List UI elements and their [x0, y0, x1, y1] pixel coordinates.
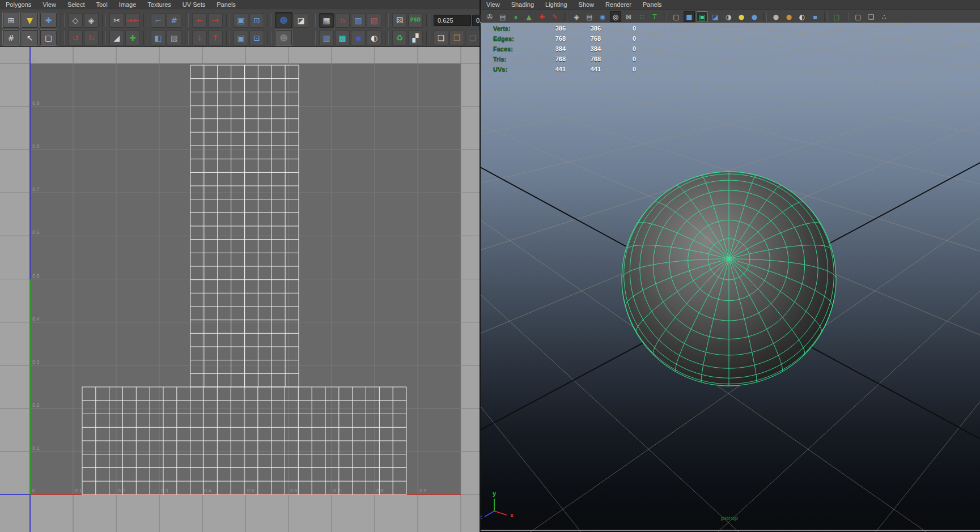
- cut-uv-edges-button[interactable]: ✂: [109, 13, 124, 28]
- menu-uv-sets[interactable]: UV Sets: [177, 0, 211, 10]
- move-pivot-button[interactable]: ✚: [125, 31, 140, 45]
- shadows-toggle-icon[interactable]: ●: [749, 11, 760, 22]
- refresh-textures-button[interactable]: ♻: [392, 31, 407, 45]
- relayout-uvs-button[interactable]: ▧: [167, 31, 181, 45]
- rotate-uvs-ccw-button[interactable]: ↺: [68, 31, 83, 45]
- default-material-icon[interactable]: ◑: [723, 11, 734, 22]
- uv-editor-canvas[interactable]: 10.90.80.70.60.50.40.30.20.100.10.20.30.…: [0, 47, 480, 532]
- wireframe-on-shaded-icon[interactable]: ▣: [697, 11, 708, 22]
- uv-tweak-tool[interactable]: #: [2, 29, 20, 46]
- dim-image-2-toggle[interactable]: ☻: [275, 29, 292, 46]
- menu-lighting[interactable]: Lighting: [540, 0, 573, 10]
- toolbar-separator: [846, 12, 849, 22]
- textured-mode-icon[interactable]: ◪: [710, 11, 721, 22]
- sew-uv-edges-button[interactable]: →←: [125, 13, 140, 28]
- flip-u-button[interactable]: ◇: [68, 13, 83, 28]
- snap-uvs-button[interactable]: ⊡: [249, 31, 264, 45]
- rebake-textures-button[interactable]: ⚄: [392, 13, 407, 28]
- checker-map-toggle[interactable]: ▞: [408, 31, 423, 45]
- smooth-shade-mode-icon[interactable]: ■: [684, 11, 695, 22]
- menu-tool[interactable]: Tool: [91, 0, 113, 10]
- svg-text:0.3: 0.3: [161, 488, 168, 493]
- stack-shells-button[interactable]: ▣: [234, 13, 248, 28]
- menu-renderer[interactable]: Renderer: [600, 0, 637, 10]
- field-chart-icon[interactable]: ⊠: [623, 11, 634, 22]
- dim-image-toggle[interactable]: ▦: [319, 13, 334, 28]
- shade-uvs-toggle[interactable]: ▥: [351, 13, 366, 28]
- polygon-sphere[interactable]: [622, 172, 836, 386]
- move-uv-shell-tool[interactable]: ✚: [40, 12, 57, 28]
- align-u-max-button[interactable]: →: [208, 13, 223, 28]
- display-image-toggle[interactable]: ☻: [275, 12, 292, 28]
- svg-text:0.9: 0.9: [419, 488, 427, 493]
- menu-view[interactable]: View: [481, 0, 506, 10]
- marquee-select-tool[interactable]: ▢: [40, 29, 57, 46]
- bookmarks-icon[interactable]: ∎: [510, 11, 521, 22]
- lighting-toggle-icon[interactable]: ●: [736, 11, 747, 22]
- isolate-select-icon[interactable]: ▢: [831, 11, 842, 22]
- overlay-shade-toggle[interactable]: ▥: [319, 31, 334, 45]
- image-plane-icon[interactable]: ▲: [523, 11, 534, 22]
- menu-select[interactable]: Select: [62, 0, 91, 10]
- safe-action-icon[interactable]: ∷: [636, 11, 647, 22]
- snap-stack-button[interactable]: ⊡: [249, 13, 264, 28]
- svg-text:0.6: 0.6: [32, 229, 40, 235]
- connections-icon[interactable]: ∴: [879, 11, 890, 22]
- align-v-min-button[interactable]: ↓: [192, 31, 207, 45]
- resolution-gate-icon[interactable]: ◉: [597, 11, 608, 22]
- menu-panels[interactable]: Panels: [211, 0, 241, 10]
- unfold-uvs-button[interactable]: ◧: [151, 31, 166, 45]
- menu-view[interactable]: View: [37, 0, 62, 10]
- safe-title-icon[interactable]: T: [649, 11, 660, 22]
- select-camera-icon[interactable]: ✇: [484, 11, 495, 22]
- two-sided-lighting-icon[interactable]: ◐: [796, 11, 808, 22]
- uv-select-tool[interactable]: ↖: [21, 29, 39, 46]
- wireframe-mode-icon[interactable]: ▢: [671, 11, 682, 22]
- layout-uvs-button[interactable]: ⌐: [151, 13, 166, 28]
- menu-shading[interactable]: Shading: [506, 0, 540, 10]
- filtered-image-toggle[interactable]: ◪: [294, 13, 308, 28]
- pan-zoom-icon[interactable]: ✚: [536, 11, 548, 22]
- occlusion-toggle-icon[interactable]: ●: [770, 11, 782, 22]
- menu-panels[interactable]: Panels: [637, 0, 668, 10]
- toolbar-separator: [426, 14, 430, 27]
- pixel-snap-toggle[interactable]: ∩: [335, 13, 350, 28]
- copy-disabled-button[interactable]: ❏: [465, 31, 480, 45]
- uv-smudge-tool[interactable]: ▼: [21, 12, 39, 28]
- rotate-uvs-cw-button[interactable]: ↻: [84, 31, 99, 45]
- camera-attributes-icon[interactable]: ▤: [497, 11, 508, 22]
- menu-textures[interactable]: Textures: [142, 0, 177, 10]
- flip-v-button[interactable]: ◈: [84, 13, 99, 28]
- perspective-viewport[interactable]: yxz Verts:3863860Edges:7687680Faces:3843…: [481, 23, 980, 532]
- display-cube-icon[interactable]: ▢: [852, 11, 864, 22]
- filmback-icon[interactable]: ▤: [584, 11, 595, 22]
- menu-polygons[interactable]: Polygons: [0, 0, 37, 10]
- gate-mask-icon[interactable]: ◎: [610, 11, 621, 22]
- update-psd-button[interactable]: PSD: [408, 13, 423, 28]
- viewport-3d-view[interactable]: yxz: [481, 23, 980, 532]
- film-gate-icon[interactable]: ◈: [571, 11, 582, 22]
- align-v-max-button[interactable]: ↑: [208, 31, 223, 45]
- toolbar-separator: [564, 12, 567, 22]
- hud-value: 386: [531, 25, 566, 32]
- checker-texture-toggle[interactable]: ▩: [335, 31, 350, 45]
- split-uvs-button[interactable]: ◢: [109, 31, 124, 45]
- paste-uvs-button[interactable]: ❒: [449, 31, 464, 45]
- uv-grid-view[interactable]: 10.90.80.70.60.50.40.30.20.100.10.20.30.…: [0, 47, 480, 532]
- backface-culling-icon[interactable]: ▪: [809, 11, 821, 22]
- toolbar-separator: [385, 14, 389, 27]
- xray-toggle-icon[interactable]: ●: [783, 11, 795, 22]
- u-coordinate-field[interactable]: 0.625: [434, 15, 471, 26]
- display-rgb-toggle[interactable]: ▨: [367, 13, 381, 28]
- copy-uvs-button[interactable]: ❏: [434, 31, 448, 45]
- menu-show[interactable]: Show: [573, 0, 600, 10]
- menu-image[interactable]: Image: [113, 0, 142, 10]
- align-u-min-button[interactable]: ←: [192, 13, 207, 28]
- normalize-uvs-button[interactable]: ▣: [234, 31, 248, 45]
- grid-uvs-button[interactable]: #: [167, 13, 181, 28]
- panel-layouts-icon[interactable]: ❏: [866, 11, 877, 22]
- grease-pencil-icon[interactable]: ✎: [549, 11, 561, 22]
- uv-lattice-tool[interactable]: ⊞: [2, 12, 20, 28]
- rgb-channels-toggle[interactable]: ◉: [351, 31, 366, 45]
- alpha-channel-toggle[interactable]: ◐: [367, 31, 381, 45]
